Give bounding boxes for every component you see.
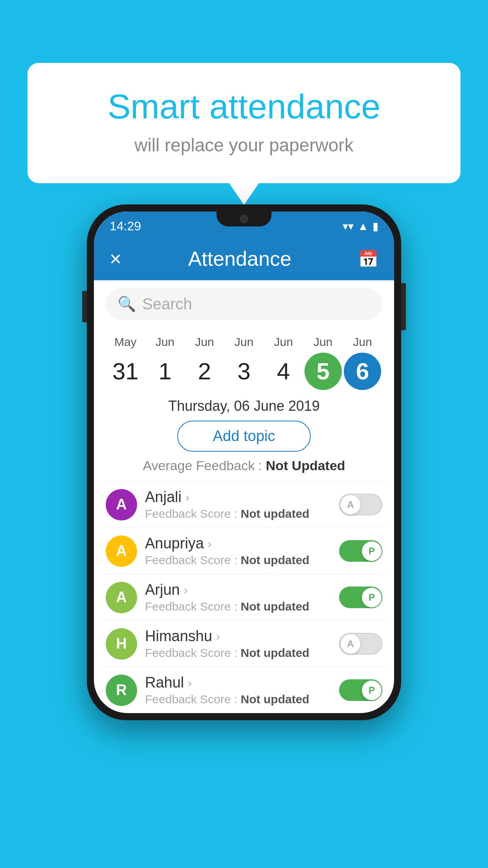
chevron-icon-0: › (185, 491, 189, 504)
search-input[interactable]: Search (142, 295, 192, 313)
toggle-knob-0: A (341, 495, 360, 515)
chevron-icon-2: › (184, 583, 188, 597)
selected-date-label: Thursday, 06 June 2019 (94, 398, 394, 414)
phone-screen: 14:29 ▾▾ ▲ ▮ × Attendance 📅 🔍 Search May… (94, 211, 394, 713)
feedback-score-0: Feedback Score : Not updated (145, 507, 339, 520)
power-button (401, 283, 406, 330)
date-month-5: Jun (314, 335, 332, 349)
student-info-1: Anupriya›Feedback Score : Not updated (145, 535, 339, 567)
date-num-0[interactable]: 31 (107, 353, 144, 390)
student-name-3: Himanshu› (145, 628, 339, 645)
feedback-value-0: Not updated (240, 507, 309, 520)
chevron-icon-3: › (216, 630, 220, 643)
feedback-score-2: Feedback Score : Not updated (145, 600, 339, 613)
student-row-4[interactable]: RRahul›Feedback Score : Not updatedP (102, 667, 386, 713)
student-info-3: Himanshu›Feedback Score : Not updated (145, 628, 339, 660)
date-month-3: Jun (235, 335, 253, 349)
date-month-4: Jun (274, 335, 293, 349)
status-icons: ▾▾ ▲ ▮ (343, 220, 378, 233)
feedback-value-1: Not updated (240, 554, 309, 566)
student-row-3[interactable]: HHimanshu›Feedback Score : Not updatedA (102, 620, 386, 667)
date-num-3[interactable]: 3 (225, 353, 262, 390)
search-bar[interactable]: 🔍 Search (106, 288, 382, 320)
feedback-value-3: Not updated (240, 646, 309, 659)
toggle-knob-3: A (341, 634, 360, 654)
chevron-icon-4: › (188, 676, 192, 690)
date-col-4[interactable]: Jun4 (264, 335, 303, 390)
attendance-toggle-4[interactable]: P (339, 679, 382, 701)
close-button[interactable]: × (110, 247, 121, 270)
phone-notch (216, 211, 272, 226)
app-header: × Attendance 📅 (94, 237, 394, 280)
feedback-score-4: Feedback Score : Not updated (145, 693, 339, 706)
speech-bubble-subtitle: will replace your paperwork (59, 134, 429, 156)
date-col-0[interactable]: May31 (106, 335, 145, 390)
toggle-knob-2: P (362, 588, 382, 607)
student-row-2[interactable]: AArjun›Feedback Score : Not updatedP (102, 574, 386, 620)
feedback-value-4: Not updated (240, 693, 309, 706)
speech-bubble: Smart attendance will replace your paper… (28, 63, 460, 183)
calendar-icon[interactable]: 📅 (358, 249, 378, 268)
student-row-1[interactable]: AAnupriya›Feedback Score : Not updatedP (102, 528, 386, 574)
phone-wrapper: 14:29 ▾▾ ▲ ▮ × Attendance 📅 🔍 Search May… (87, 204, 401, 720)
date-num-5[interactable]: 5 (305, 353, 342, 390)
student-list: AAnjali›Feedback Score : Not updatedAAAn… (94, 481, 394, 713)
student-name-text-0: Anjali (145, 489, 182, 506)
avg-feedback-label: Average Feedback : (143, 458, 266, 473)
search-icon: 🔍 (117, 295, 136, 313)
attendance-toggle-3[interactable]: A (339, 633, 382, 655)
toggle-knob-4: P (362, 680, 382, 700)
date-num-1[interactable]: 1 (146, 353, 183, 390)
student-name-4: Rahul› (145, 674, 339, 691)
avg-feedback-value: Not Updated (266, 458, 345, 473)
feedback-label-0: Feedback Score : (145, 507, 240, 520)
student-name-0: Anjali› (145, 489, 339, 506)
student-avatar-1: A (106, 535, 137, 567)
date-month-6: Jun (353, 335, 372, 349)
feedback-label-3: Feedback Score : (145, 646, 240, 659)
feedback-score-3: Feedback Score : Not updated (145, 646, 339, 660)
front-camera (240, 215, 248, 223)
student-info-4: Rahul›Feedback Score : Not updated (145, 674, 339, 706)
feedback-label-2: Feedback Score : (145, 600, 240, 613)
signal-icon: ▲ (358, 220, 369, 233)
date-col-3[interactable]: Jun3 (224, 335, 264, 390)
date-col-5[interactable]: Jun5 (303, 335, 343, 390)
speech-bubble-title: Smart attendance (59, 86, 429, 127)
feedback-label-1: Feedback Score : (145, 554, 240, 566)
date-num-4[interactable]: 4 (265, 353, 302, 390)
avg-feedback: Average Feedback : Not Updated (94, 458, 394, 473)
chevron-icon-1: › (208, 537, 212, 550)
student-name-text-2: Arjun (145, 581, 180, 598)
wifi-icon: ▾▾ (343, 220, 354, 233)
date-month-2: Jun (195, 335, 214, 349)
student-avatar-2: A (106, 582, 137, 613)
date-month-0: May (114, 335, 137, 349)
student-avatar-0: A (106, 489, 137, 520)
student-avatar-3: H (106, 628, 137, 660)
date-num-2[interactable]: 2 (186, 353, 223, 390)
student-info-2: Arjun›Feedback Score : Not updated (145, 581, 339, 613)
date-col-6[interactable]: Jun6 (343, 335, 382, 390)
date-strip: May31Jun1Jun2Jun3Jun4Jun5Jun6 (94, 327, 394, 390)
date-col-2[interactable]: Jun2 (185, 335, 224, 390)
attendance-toggle-1[interactable]: P (339, 540, 382, 562)
status-time: 14:29 (110, 219, 141, 234)
attendance-toggle-2[interactable]: P (339, 587, 382, 608)
student-name-text-4: Rahul (145, 674, 184, 691)
date-col-1[interactable]: Jun1 (145, 335, 185, 390)
student-name-1: Anupriya› (145, 535, 339, 552)
student-row-0[interactable]: AAnjali›Feedback Score : Not updatedA (102, 481, 386, 528)
attendance-toggle-0[interactable]: A (339, 494, 382, 515)
volume-button (82, 291, 87, 322)
feedback-value-2: Not updated (240, 600, 309, 613)
add-topic-button[interactable]: Add topic (177, 421, 311, 452)
student-name-2: Arjun› (145, 581, 339, 598)
speech-bubble-container: Smart attendance will replace your paper… (28, 63, 460, 183)
app-title: Attendance (188, 247, 292, 270)
date-num-6[interactable]: 6 (344, 353, 381, 390)
feedback-label-4: Feedback Score : (145, 693, 240, 706)
date-month-1: Jun (156, 335, 174, 349)
student-name-text-3: Himanshu (145, 628, 212, 645)
student-avatar-4: R (106, 675, 137, 706)
